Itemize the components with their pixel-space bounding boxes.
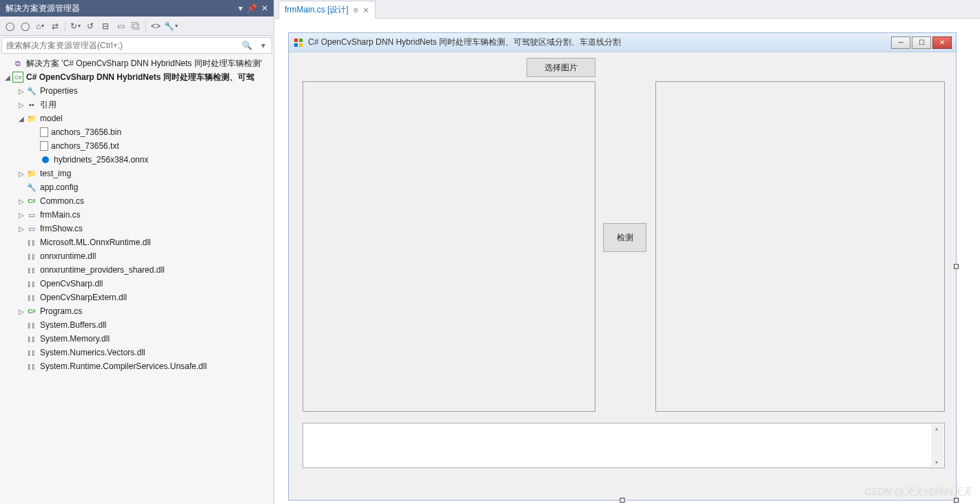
close-button[interactable]: ✕ xyxy=(932,36,952,49)
forward-button[interactable]: ◯ xyxy=(18,19,32,33)
dropdown-icon[interactable]: ▾ xyxy=(238,3,243,13)
expander-icon[interactable]: ◢ xyxy=(3,74,12,81)
system-buffers-dll-node[interactable]: ⫿⫿ System.Buffers.dll xyxy=(0,318,274,332)
close-icon[interactable]: ✕ xyxy=(261,3,268,13)
panel-title: 解决方案资源管理器 xyxy=(6,3,238,14)
sync-button[interactable]: ⇄ xyxy=(48,19,62,33)
maximize-button[interactable]: ☐ xyxy=(912,36,931,49)
common-cs-node[interactable]: ▷ C# Common.cs xyxy=(0,194,274,208)
svg-rect-1 xyxy=(299,39,303,42)
system-runtime-dll-node[interactable]: ⫿⫿ System.Runtime.CompilerServices.Unsaf… xyxy=(0,359,274,373)
folder-icon: 📁 xyxy=(26,168,37,179)
designer-panel: frmMain.cs [设计] ⊕ ✕ C# OpenCvSharp DNN H… xyxy=(274,0,980,504)
home-button[interactable]: ⌂ xyxy=(33,19,47,33)
output-image-panel[interactable] xyxy=(655,81,945,412)
resize-handle-corner[interactable] xyxy=(954,498,959,503)
project-node[interactable]: ◢ C# C# OpenCvSharp DNN HybridNets 同时处理车… xyxy=(0,70,274,84)
close-icon[interactable]: ✕ xyxy=(363,6,369,15)
opencvsharp-extern-dll-node[interactable]: ⫿⫿ OpenCvSharpExtern.dll xyxy=(0,291,274,304)
minimize-button[interactable]: ─ xyxy=(891,36,910,49)
onnx-file-node[interactable]: hybridnets_256x384.onnx xyxy=(0,153,274,167)
dll-icon: ⫿⫿ xyxy=(26,319,37,330)
expander-icon[interactable]: ▷ xyxy=(17,87,26,95)
dll-icon: ⫿⫿ xyxy=(26,292,37,303)
onnx-icon xyxy=(40,154,51,165)
tab-label: frmMain.cs [设计] xyxy=(285,4,349,16)
anchors-bin-node[interactable]: anchors_73656.bin xyxy=(0,125,274,139)
dll-icon: ⫿⫿ xyxy=(26,278,37,289)
scrollbar[interactable] xyxy=(932,424,943,467)
solution-icon: ⧉ xyxy=(12,58,23,69)
wrench-icon: 🔧 xyxy=(26,85,37,96)
expander-icon[interactable]: ▷ xyxy=(17,170,26,178)
opencvsharp-dll-node[interactable]: ⫿⫿ OpenCvSharp.dll xyxy=(0,277,274,291)
pin-icon[interactable]: 📌 xyxy=(247,3,257,13)
system-memory-dll-node[interactable]: ⫿⫿ System.Memory.dll xyxy=(0,332,274,346)
tab-bar: frmMain.cs [设计] ⊕ ✕ xyxy=(274,0,980,19)
expander-icon[interactable]: ▷ xyxy=(17,198,26,205)
expander-icon[interactable]: ▷ xyxy=(17,211,26,219)
form-icon: ▭ xyxy=(26,209,37,220)
refresh-button[interactable]: ↺ xyxy=(83,19,97,33)
test-img-folder-node[interactable]: ▷ 📁 test_img xyxy=(0,167,274,180)
anchors-txt-node[interactable]: anchors_73656.txt xyxy=(0,139,274,153)
svg-rect-0 xyxy=(294,39,298,42)
winform-titlebar: C# OpenCvSharp DNN HybridNets 同时处理车辆检测、可… xyxy=(289,33,956,52)
resize-handle-bottom[interactable] xyxy=(620,498,625,503)
app-config-node[interactable]: 🔧 app.config xyxy=(0,180,274,194)
input-image-panel[interactable] xyxy=(303,81,595,412)
solution-node[interactable]: ⧉ 解决方案 'C# OpenCvSharp DNN HybridNets 同时… xyxy=(0,56,274,70)
ms-onnx-dll-node[interactable]: ⫿⫿ Microsoft.ML.OnnxRuntime.dll xyxy=(0,235,274,249)
dll-icon: ⫿⫿ xyxy=(26,333,37,344)
form-icon: ▭ xyxy=(26,223,37,234)
properties-button[interactable]: 🔧 xyxy=(164,19,178,33)
csproj-icon: C# xyxy=(12,72,23,83)
search-icon[interactable]: 🔍 xyxy=(238,41,255,50)
dll-icon: ⫿⫿ xyxy=(26,251,37,262)
select-image-button[interactable]: 选择图片 xyxy=(527,58,595,77)
tab-frmmain-design[interactable]: frmMain.cs [设计] ⊕ ✕ xyxy=(278,1,376,19)
frmshow-cs-node[interactable]: ▷ ▭ frmShow.cs xyxy=(0,222,274,235)
pending-changes-button[interactable]: ↻ xyxy=(68,19,82,33)
pin-icon[interactable]: ⊕ xyxy=(353,6,358,14)
expander-icon[interactable]: ◢ xyxy=(17,115,26,123)
copy-button[interactable]: ⿻ xyxy=(129,19,143,33)
collapse-button[interactable]: ⊟ xyxy=(99,19,112,33)
expander-icon[interactable]: ▷ xyxy=(17,308,26,315)
solution-explorer-header: 解决方案资源管理器 ▾ 📌 ✕ xyxy=(0,0,274,17)
winform-frmmain[interactable]: C# OpenCvSharp DNN HybridNets 同时处理车辆检测、可… xyxy=(288,32,957,501)
expander-icon[interactable]: ▷ xyxy=(17,101,26,109)
dll-icon: ⫿⫿ xyxy=(26,264,37,275)
resize-handle-right[interactable] xyxy=(954,264,959,269)
properties-node[interactable]: ▷ 🔧 Properties xyxy=(0,84,274,98)
solution-explorer-toolbar: ◯ ◯ ⌂ ⇄ ↻ ↺ ⊟ ▭ ⿻ <> 🔧 xyxy=(0,17,274,36)
designer-surface[interactable]: C# OpenCvSharp DNN HybridNets 同时处理车辆检测、可… xyxy=(274,19,980,504)
file-icon xyxy=(40,127,48,137)
svg-rect-2 xyxy=(294,43,298,47)
system-numerics-dll-node[interactable]: ⫿⫿ System.Numerics.Vectors.dll xyxy=(0,346,274,359)
winform-body: 选择图片 检测 xyxy=(289,52,956,500)
output-textbox[interactable] xyxy=(303,423,945,468)
dll-icon: ⫿⫿ xyxy=(26,347,37,358)
search-input[interactable] xyxy=(2,41,238,50)
winform-title: C# OpenCvSharp DNN HybridNets 同时处理车辆检测、可… xyxy=(308,36,891,48)
detect-button[interactable]: 检测 xyxy=(603,223,646,252)
references-node[interactable]: ▷ ▪▪ 引用 xyxy=(0,98,274,112)
references-icon: ▪▪ xyxy=(26,99,37,110)
back-button[interactable]: ◯ xyxy=(3,19,17,33)
dll-icon: ⫿⫿ xyxy=(26,361,37,372)
onnxruntime-dll-node[interactable]: ⫿⫿ onnxruntime.dll xyxy=(0,249,274,263)
model-folder-node[interactable]: ◢ 📁 model xyxy=(0,112,274,125)
cs-icon: C# xyxy=(26,306,37,317)
config-icon: 🔧 xyxy=(26,182,37,193)
frmmain-cs-node[interactable]: ▷ ▭ frmMain.cs xyxy=(0,208,274,222)
expander-icon[interactable]: ▷ xyxy=(17,225,26,233)
dll-icon: ⫿⫿ xyxy=(26,237,37,248)
show-all-button[interactable]: ▭ xyxy=(114,19,127,33)
view-code-button[interactable]: <> xyxy=(149,19,163,33)
program-cs-node[interactable]: ▷ C# Program.cs xyxy=(0,304,274,318)
file-icon xyxy=(40,141,48,151)
solution-tree: ⧉ 解决方案 'C# OpenCvSharp DNN HybridNets 同时… xyxy=(0,55,274,504)
search-dropdown-icon[interactable]: ▾ xyxy=(255,41,272,50)
onnxruntime-prov-dll-node[interactable]: ⫿⫿ onnxruntime_providers_shared.dll xyxy=(0,263,274,277)
